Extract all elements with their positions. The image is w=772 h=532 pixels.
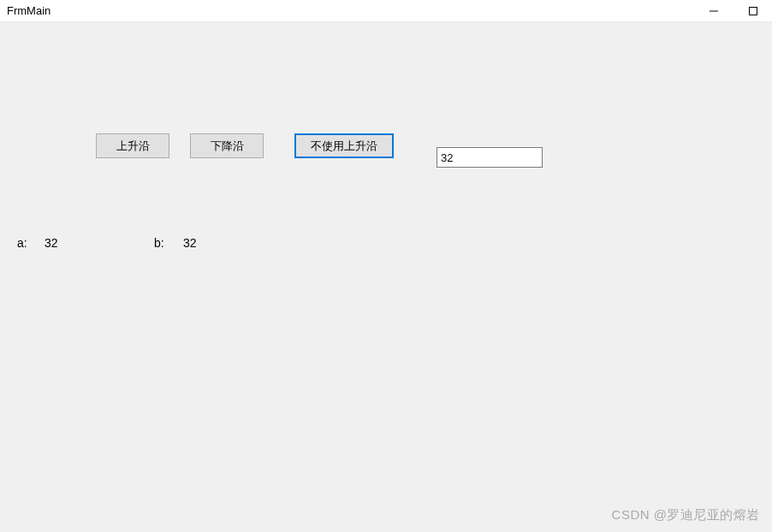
minimize-icon (710, 7, 718, 15)
maximize-icon (749, 7, 757, 15)
value-a: 32 (45, 236, 58, 250)
value-b: 32 (183, 236, 197, 250)
minimize-button[interactable] (702, 3, 726, 20)
svg-rect-1 (750, 7, 757, 15)
rising-edge-button[interactable]: 上升沿 (96, 133, 169, 158)
label-a: a: (17, 236, 27, 250)
titlebar-left: FrmMain (7, 4, 50, 17)
client-area: 上升沿 下降沿 不使用上升沿 a: 32 b: 32 CSDN @罗迪尼亚的熔岩 (0, 22, 772, 532)
maximize-button[interactable] (741, 3, 765, 20)
label-b: b: (154, 236, 164, 250)
disable-rising-edge-button[interactable]: 不使用上升沿 (294, 133, 394, 158)
falling-edge-button[interactable]: 下降沿 (190, 133, 264, 158)
value-input[interactable] (436, 147, 543, 168)
titlebar: FrmMain (0, 0, 772, 22)
window-title: FrmMain (7, 4, 50, 17)
titlebar-controls (702, 3, 769, 20)
watermark: CSDN @罗迪尼亚的熔岩 (612, 507, 760, 523)
